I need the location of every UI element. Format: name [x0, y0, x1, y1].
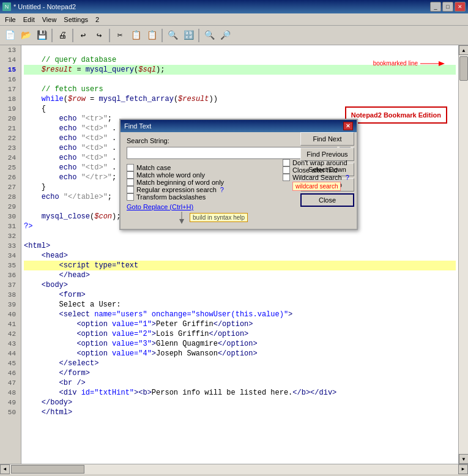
new-button[interactable]: 📄: [2, 28, 17, 43]
transform-backslashes-checkbox[interactable]: [127, 193, 134, 201]
code-line: <option value="3">Glenn Quagmire</option…: [24, 339, 456, 349]
code-area[interactable]: // query database $result = mysql_query(…: [21, 45, 458, 464]
close-after-find-label: Close after find: [292, 166, 338, 174]
zoom-in-button[interactable]: 🔍: [202, 28, 217, 43]
no-wrap-checkbox[interactable]: [283, 159, 290, 166]
close-after-find-row: Close after find: [283, 166, 381, 174]
menu-2[interactable]: 2: [92, 15, 103, 24]
wildcard-help-icon[interactable]: ?: [346, 174, 349, 181]
line-num: 18: [2, 94, 18, 104]
scroll-right-arrow[interactable]: ►: [458, 464, 468, 474]
dialog-close-button[interactable]: ✕: [343, 122, 353, 130]
code-line: <select name="users" onchange="showUser(…: [24, 310, 456, 319]
match-beginning-checkbox[interactable]: [127, 179, 134, 186]
code-line: <body>: [24, 280, 456, 290]
build-syntax-row: build in syntax help: [176, 212, 351, 224]
open-button[interactable]: 📂: [18, 28, 33, 43]
line-num: 19: [2, 104, 18, 114]
build-syntax-arrow-icon: [176, 212, 188, 224]
code-line: <html>: [24, 241, 456, 251]
close-after-find-checkbox[interactable]: [283, 166, 290, 174]
match-whole-word-checkbox[interactable]: [127, 171, 134, 179]
paste-button[interactable]: 📋: [144, 28, 159, 43]
line-num: 33: [2, 241, 18, 251]
regex-checkbox[interactable]: [127, 186, 134, 193]
line-num: 14: [2, 55, 18, 65]
wildcard-row: Wildcard Search ?: [283, 174, 381, 181]
regex-help-icon[interactable]: ?: [220, 186, 224, 193]
svg-marker-1: [439, 61, 445, 66]
line-num: 42: [2, 329, 18, 339]
code-line: <head>: [24, 251, 456, 261]
find-next-button[interactable]: Find Next: [300, 132, 354, 146]
line-num: 31: [2, 221, 18, 231]
scroll-left-arrow[interactable]: ◄: [0, 464, 10, 474]
line-num: 34: [2, 251, 18, 261]
line-num: 37: [2, 280, 18, 290]
line-num: 27: [2, 182, 18, 192]
menu-view[interactable]: View: [39, 15, 61, 24]
line-num: 32: [2, 231, 18, 241]
horizontal-scrollbar[interactable]: ◄ ►: [0, 464, 468, 474]
close-button[interactable]: ✕: [455, 2, 466, 12]
bookmark-label: bookmarked line: [373, 59, 418, 69]
scroll-track[interactable]: [459, 55, 468, 454]
scroll-up-arrow[interactable]: ▲: [459, 45, 468, 55]
toolbar: 📄 📂 💾 🖨 ↩ ↪ ✂ 📋 📋 🔍 🔡 🔍 🔎: [0, 26, 468, 45]
find-button[interactable]: 🔍: [165, 28, 180, 43]
menu-settings[interactable]: Settings: [60, 15, 92, 24]
undo-button[interactable]: ↩: [76, 28, 91, 43]
line-num: 47: [2, 378, 18, 388]
scroll-track-h[interactable]: [10, 464, 458, 474]
vertical-scrollbar[interactable]: ▲ ▼: [458, 45, 468, 464]
code-line: </head>: [24, 270, 456, 280]
line-num: 41: [2, 319, 18, 329]
line-num: 13: [2, 45, 18, 55]
code-line: while($row = mysql_fetch_array($result)): [24, 94, 456, 104]
line-num: 16: [2, 75, 18, 84]
cut-button[interactable]: ✂: [113, 28, 127, 43]
scroll-thumb-h[interactable]: [11, 465, 84, 474]
toolbar-sep-1: [51, 29, 53, 42]
save-button[interactable]: 💾: [34, 28, 49, 43]
match-beginning-row: Match beginning of word only: [127, 179, 286, 186]
menu-file[interactable]: File: [1, 15, 20, 24]
maximize-button[interactable]: □: [442, 2, 453, 12]
toolbar-sep-4: [162, 29, 163, 42]
title-bar: N * Untitled - Notepad2 _ □ ✕: [0, 0, 468, 13]
match-case-checkbox[interactable]: [127, 164, 134, 171]
regex-row: Regular expression search ?: [127, 186, 286, 193]
code-line: <option value="1">Peter Griffin</option>: [24, 319, 456, 329]
redo-button[interactable]: ↪: [92, 28, 106, 43]
zoom-out-button[interactable]: 🔎: [218, 28, 232, 43]
code-line: <br />: [24, 378, 456, 388]
menu-edit[interactable]: Edit: [20, 15, 39, 24]
code-line: <script type="text: [24, 261, 456, 270]
line-num: 15: [2, 65, 18, 75]
print-button[interactable]: 🖨: [55, 28, 70, 43]
code-line: <option value="4">Joseph Swanson</option…: [24, 349, 456, 359]
no-wrap-row: Don't wrap around: [283, 159, 381, 166]
replace-button[interactable]: 🔡: [181, 28, 196, 43]
line-num: 46: [2, 368, 18, 378]
line-num: 38: [2, 290, 18, 300]
toolbar-sep-2: [72, 29, 73, 42]
find-text-dialog[interactable]: Find Text ✕ Search String: ▼ Find Next F…: [119, 119, 358, 230]
copy-button[interactable]: 📋: [128, 28, 143, 43]
scroll-down-arrow[interactable]: ▼: [459, 454, 468, 464]
match-beginning-label: Match beginning of word only: [136, 179, 224, 186]
options-right: Don't wrap around Close after find Wildc…: [283, 159, 381, 190]
line-num: 49: [2, 398, 18, 407]
code-line: <div id="txtHint"><b>Person info will be…: [24, 388, 456, 398]
minimize-button[interactable]: _: [430, 2, 441, 12]
line-num: 21: [2, 124, 18, 133]
line-num: 44: [2, 349, 18, 359]
match-whole-word-label: Match whole word only: [136, 171, 205, 179]
scroll-thumb[interactable]: [459, 56, 468, 81]
close-dialog-button[interactable]: Close: [300, 193, 354, 207]
line-num: 39: [2, 300, 18, 310]
app-icon: N: [2, 2, 11, 11]
code-line: </html>: [24, 407, 456, 417]
code-line: </body>: [24, 398, 456, 407]
wildcard-checkbox[interactable]: [283, 174, 290, 181]
